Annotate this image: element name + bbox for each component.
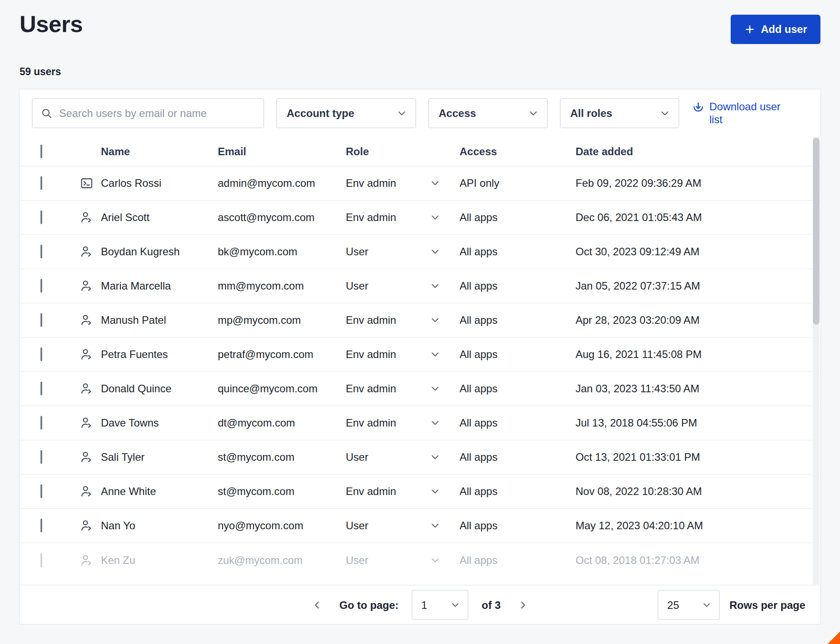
role-value: Env admin xyxy=(346,348,396,361)
user-name: Dave Towns xyxy=(101,417,218,429)
role-select[interactable]: Env admin xyxy=(346,348,460,361)
role-select[interactable]: User xyxy=(346,280,460,292)
user-name: Sali Tyler xyxy=(101,451,218,463)
search-icon xyxy=(40,107,53,120)
row-checkbox[interactable] xyxy=(40,176,42,190)
role-value: Env admin xyxy=(346,485,396,498)
user-name: Nan Yo xyxy=(101,519,218,532)
chevron-down-icon xyxy=(429,555,441,566)
rows-per-page-label: Rows per page xyxy=(729,599,805,611)
row-checkbox[interactable] xyxy=(40,347,42,361)
chevron-down-icon xyxy=(701,600,712,610)
access-value: All apps xyxy=(460,280,576,292)
role-select[interactable]: Env admin xyxy=(346,314,460,326)
page-select[interactable]: 1 xyxy=(412,590,468,620)
user-email: mp@mycom.com xyxy=(218,314,346,326)
user-email: st@mycom.com xyxy=(218,485,346,498)
user-email: petraf@mycom.com xyxy=(218,348,346,361)
date-added-value: Aug 16, 2021 11:45:08 PM xyxy=(576,348,820,361)
user-name: Boydan Kugresh xyxy=(101,246,218,258)
previous-page-button[interactable] xyxy=(308,596,326,614)
row-checkbox[interactable] xyxy=(40,519,42,532)
account-type-label: Account type xyxy=(287,107,354,120)
rows-per-page-select[interactable]: 25 xyxy=(658,590,720,620)
search-input[interactable] xyxy=(59,107,256,120)
column-header-email: Email xyxy=(218,145,346,158)
access-value: All apps xyxy=(460,451,576,463)
role-select[interactable]: User xyxy=(346,554,460,567)
role-select[interactable]: Env admin xyxy=(346,417,460,429)
row-checkbox[interactable] xyxy=(40,245,42,258)
person-icon xyxy=(80,484,94,499)
access-value: All apps xyxy=(460,314,576,326)
row-checkbox[interactable] xyxy=(40,484,42,498)
row-checkbox[interactable] xyxy=(40,313,42,327)
roles-dropdown[interactable]: All roles xyxy=(560,98,679,128)
table-row: Sali Tyler st@mycom.com User All apps Oc… xyxy=(20,440,820,475)
scrollbar-thumb[interactable] xyxy=(813,138,820,325)
date-added-value: Oct 08, 2018 01:27:03 AM xyxy=(576,554,820,567)
user-email: zuk@mycom.com xyxy=(218,554,346,567)
table-header-row: Name Email Role Access Date added xyxy=(20,137,820,166)
chevron-down-icon xyxy=(429,212,441,223)
rows-per-page-value: 25 xyxy=(667,599,679,611)
role-select[interactable]: Env admin xyxy=(346,211,460,224)
chevron-down-icon xyxy=(429,349,441,360)
role-value: Env admin xyxy=(346,314,396,326)
table-scrollbar[interactable] xyxy=(813,137,820,584)
access-value: All apps xyxy=(460,485,576,498)
access-value: All apps xyxy=(460,554,576,567)
role-select[interactable]: Env admin xyxy=(346,177,460,189)
row-checkbox[interactable] xyxy=(40,416,42,430)
row-checkbox[interactable] xyxy=(40,553,42,567)
chevron-down-icon xyxy=(429,451,441,463)
user-email: mm@mycom.com xyxy=(218,280,346,292)
user-email: dt@mycom.com xyxy=(218,417,346,429)
row-checkbox[interactable] xyxy=(40,279,42,293)
chevron-down-icon xyxy=(528,108,539,119)
access-value: All apps xyxy=(460,348,576,361)
person-icon xyxy=(80,347,94,362)
table-row: Ken Zu zuk@mycom.com User All apps Oct 0… xyxy=(20,543,820,577)
chevron-down-icon xyxy=(429,486,441,497)
chevron-down-icon xyxy=(429,520,441,531)
terminal-icon xyxy=(80,176,94,190)
table-body: Carlos Rossi admin@mycom.com Env admin A… xyxy=(20,166,820,577)
role-value: User xyxy=(346,246,368,258)
table-row: Maria Marcella mm@mycom.com User All app… xyxy=(20,269,820,303)
account-type-dropdown[interactable]: Account type xyxy=(276,98,416,128)
row-checkbox[interactable] xyxy=(40,210,42,224)
access-dropdown-label: Access xyxy=(439,107,476,120)
users-table: Name Email Role Access Date added xyxy=(20,137,820,577)
select-all-checkbox[interactable] xyxy=(40,145,42,158)
role-value: User xyxy=(346,280,368,292)
row-checkbox[interactable] xyxy=(40,382,42,395)
access-value: All apps xyxy=(460,246,576,258)
access-value: All apps xyxy=(460,417,576,429)
chevron-down-icon xyxy=(429,280,441,292)
date-added-value: Apr 28, 2023 03:20:09 AM xyxy=(576,314,820,326)
row-checkbox[interactable] xyxy=(40,450,42,464)
access-value: All apps xyxy=(460,519,576,532)
date-added-value: Oct 13, 2021 01:33:01 PM xyxy=(576,451,820,463)
role-select[interactable]: Env admin xyxy=(346,382,460,395)
next-page-button[interactable] xyxy=(514,596,532,614)
role-select[interactable]: User xyxy=(346,246,460,258)
role-select[interactable]: User xyxy=(346,519,460,532)
filter-bar: Account type Access All roles xyxy=(32,98,808,128)
column-header-access: Access xyxy=(460,145,576,158)
role-select[interactable]: Env admin xyxy=(346,485,460,498)
access-value: API only xyxy=(460,177,576,189)
role-select[interactable]: User xyxy=(346,451,460,463)
download-user-list-link[interactable]: Download user list xyxy=(692,101,788,126)
chevron-down-icon xyxy=(659,108,671,119)
role-value: User xyxy=(346,519,368,532)
table-row: Anne White st@mycom.com Env admin All ap… xyxy=(20,475,820,509)
page-select-value: 1 xyxy=(421,599,427,611)
table-row: Manush Patel mp@mycom.com Env admin All … xyxy=(20,303,820,338)
chevron-down-icon xyxy=(429,383,441,394)
access-dropdown[interactable]: Access xyxy=(428,98,548,128)
user-name: Maria Marcella xyxy=(101,280,218,292)
column-header-date-added: Date added xyxy=(576,145,820,158)
add-user-button[interactable]: Add user xyxy=(731,15,820,44)
